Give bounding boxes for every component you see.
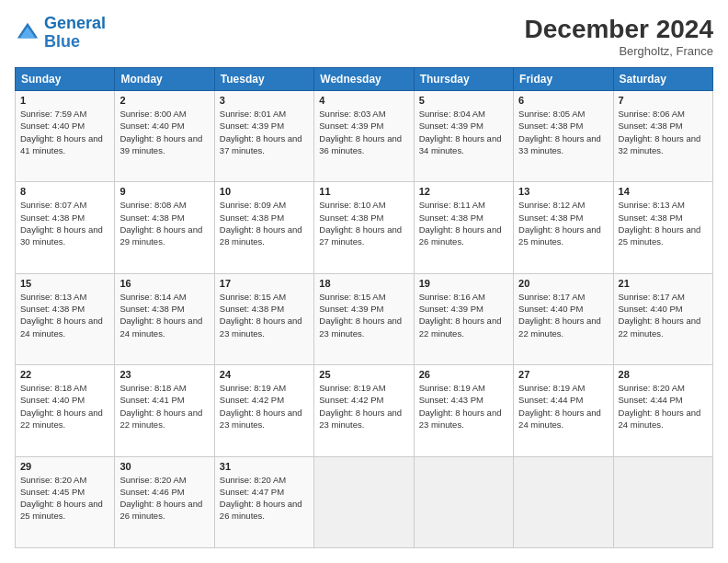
logo-line1: General (44, 14, 106, 32)
calendar-cell: 5Sunrise: 8:04 AMSunset: 4:39 PMDaylight… (414, 91, 513, 182)
day-number: 27 (518, 369, 608, 380)
calendar-cell: 31Sunrise: 8:20 AMSunset: 4:47 PMDayligh… (214, 456, 313, 547)
day-number: 7 (619, 95, 708, 106)
day-info: Sunrise: 8:18 AMSunset: 4:41 PMDaylight:… (119, 382, 209, 431)
calendar-cell (514, 456, 613, 547)
day-info: Sunrise: 8:17 AMSunset: 4:40 PMDaylight:… (518, 291, 608, 339)
calendar-cell: 23Sunrise: 8:18 AMSunset: 4:41 PMDayligh… (115, 365, 214, 456)
day-info: Sunrise: 8:15 AMSunset: 4:39 PMDaylight:… (319, 291, 408, 339)
day-number: 15 (20, 278, 109, 289)
day-number: 3 (220, 95, 309, 106)
calendar-cell: 26Sunrise: 8:19 AMSunset: 4:43 PMDayligh… (414, 365, 513, 456)
day-number: 8 (20, 186, 109, 197)
logo-icon (15, 20, 40, 46)
day-number: 12 (419, 186, 508, 197)
day-number: 31 (220, 461, 309, 472)
calendar-cell: 28Sunrise: 8:20 AMSunset: 4:44 PMDayligh… (613, 365, 712, 456)
logo-line2: Blue (44, 32, 80, 51)
title-block: December 2024 Bergholtz, France (525, 15, 713, 58)
calendar-cell (414, 456, 513, 547)
day-number: 21 (619, 278, 708, 289)
day-info: Sunrise: 8:09 AMSunset: 4:38 PMDaylight:… (220, 199, 309, 247)
calendar-cell: 19Sunrise: 8:16 AMSunset: 4:39 PMDayligh… (414, 273, 513, 364)
calendar-cell: 16Sunrise: 8:14 AMSunset: 4:38 PMDayligh… (115, 273, 214, 364)
col-header-sunday: Sunday (16, 68, 115, 91)
calendar-cell: 29Sunrise: 8:20 AMSunset: 4:45 PMDayligh… (16, 456, 115, 547)
logo: General Blue (15, 15, 106, 52)
calendar-cell: 8Sunrise: 8:07 AMSunset: 4:38 PMDaylight… (16, 182, 115, 273)
day-number: 28 (619, 369, 708, 380)
day-info: Sunrise: 8:19 AMSunset: 4:44 PMDaylight:… (518, 382, 608, 431)
day-info: Sunrise: 8:00 AMSunset: 4:40 PMDaylight:… (119, 108, 209, 156)
day-info: Sunrise: 8:01 AMSunset: 4:39 PMDaylight:… (220, 108, 309, 156)
day-number: 20 (518, 278, 608, 289)
day-number: 16 (119, 278, 209, 289)
calendar-cell: 14Sunrise: 8:13 AMSunset: 4:38 PMDayligh… (613, 182, 712, 273)
day-number: 29 (20, 461, 109, 472)
day-info: Sunrise: 8:07 AMSunset: 4:38 PMDaylight:… (20, 199, 109, 247)
calendar-cell: 1Sunrise: 7:59 AMSunset: 4:40 PMDaylight… (16, 91, 115, 182)
col-header-monday: Monday (115, 68, 214, 91)
calendar-cell: 7Sunrise: 8:06 AMSunset: 4:38 PMDaylight… (613, 91, 712, 182)
day-info: Sunrise: 8:19 AMSunset: 4:42 PMDaylight:… (319, 382, 408, 431)
day-number: 23 (119, 369, 209, 380)
calendar-cell: 9Sunrise: 8:08 AMSunset: 4:38 PMDaylight… (115, 182, 214, 273)
day-info: Sunrise: 8:19 AMSunset: 4:43 PMDaylight:… (419, 382, 508, 431)
month-title: December 2024 (525, 15, 713, 44)
day-info: Sunrise: 7:59 AMSunset: 4:40 PMDaylight:… (20, 108, 109, 156)
calendar-cell: 21Sunrise: 8:17 AMSunset: 4:40 PMDayligh… (613, 273, 712, 364)
calendar-cell: 20Sunrise: 8:17 AMSunset: 4:40 PMDayligh… (514, 273, 613, 364)
day-info: Sunrise: 8:20 AMSunset: 4:47 PMDaylight:… (220, 474, 309, 523)
day-info: Sunrise: 8:12 AMSunset: 4:38 PMDaylight:… (518, 199, 608, 247)
col-header-tuesday: Tuesday (214, 68, 313, 91)
header: General Blue December 2024 Bergholtz, Fr… (15, 15, 713, 58)
day-number: 24 (220, 369, 309, 380)
calendar-cell: 15Sunrise: 8:13 AMSunset: 4:38 PMDayligh… (16, 273, 115, 364)
col-header-friday: Friday (514, 68, 613, 91)
day-number: 4 (319, 95, 408, 106)
day-number: 22 (20, 369, 109, 380)
day-info: Sunrise: 8:17 AMSunset: 4:40 PMDaylight:… (619, 291, 708, 339)
day-number: 18 (319, 278, 408, 289)
calendar-cell (314, 456, 414, 547)
day-number: 25 (319, 369, 408, 380)
day-info: Sunrise: 8:10 AMSunset: 4:38 PMDaylight:… (319, 199, 408, 247)
day-number: 14 (619, 186, 708, 197)
day-info: Sunrise: 8:05 AMSunset: 4:38 PMDaylight:… (518, 108, 608, 156)
day-number: 6 (518, 95, 608, 106)
day-number: 26 (419, 369, 508, 380)
logo-text: General Blue (44, 15, 106, 52)
calendar-cell: 3Sunrise: 8:01 AMSunset: 4:39 PMDaylight… (214, 91, 313, 182)
calendar-cell: 4Sunrise: 8:03 AMSunset: 4:39 PMDaylight… (314, 91, 414, 182)
day-info: Sunrise: 8:15 AMSunset: 4:38 PMDaylight:… (220, 291, 309, 339)
day-info: Sunrise: 8:11 AMSunset: 4:38 PMDaylight:… (419, 199, 508, 247)
calendar-table: SundayMondayTuesdayWednesdayThursdayFrid… (15, 67, 713, 548)
day-info: Sunrise: 8:18 AMSunset: 4:40 PMDaylight:… (20, 382, 109, 431)
day-info: Sunrise: 8:20 AMSunset: 4:44 PMDaylight:… (619, 382, 708, 431)
calendar-cell: 18Sunrise: 8:15 AMSunset: 4:39 PMDayligh… (314, 273, 414, 364)
calendar-cell (613, 456, 712, 547)
day-number: 13 (518, 186, 608, 197)
calendar-cell: 11Sunrise: 8:10 AMSunset: 4:38 PMDayligh… (314, 182, 414, 273)
col-header-thursday: Thursday (414, 68, 513, 91)
page: General Blue December 2024 Bergholtz, Fr… (0, 0, 728, 563)
calendar-cell: 13Sunrise: 8:12 AMSunset: 4:38 PMDayligh… (514, 182, 613, 273)
day-info: Sunrise: 8:19 AMSunset: 4:42 PMDaylight:… (220, 382, 309, 431)
day-info: Sunrise: 8:20 AMSunset: 4:45 PMDaylight:… (20, 474, 109, 523)
day-number: 5 (419, 95, 508, 106)
calendar-cell: 27Sunrise: 8:19 AMSunset: 4:44 PMDayligh… (514, 365, 613, 456)
calendar-cell: 2Sunrise: 8:00 AMSunset: 4:40 PMDaylight… (115, 91, 214, 182)
day-info: Sunrise: 8:14 AMSunset: 4:38 PMDaylight:… (119, 291, 209, 339)
day-number: 30 (119, 461, 209, 472)
day-number: 9 (119, 186, 209, 197)
calendar-cell: 22Sunrise: 8:18 AMSunset: 4:40 PMDayligh… (16, 365, 115, 456)
day-info: Sunrise: 8:06 AMSunset: 4:38 PMDaylight:… (619, 108, 708, 156)
day-number: 17 (220, 278, 309, 289)
day-number: 2 (119, 95, 209, 106)
calendar-cell: 12Sunrise: 8:11 AMSunset: 4:38 PMDayligh… (414, 182, 513, 273)
day-info: Sunrise: 8:03 AMSunset: 4:39 PMDaylight:… (319, 108, 408, 156)
calendar-cell: 17Sunrise: 8:15 AMSunset: 4:38 PMDayligh… (214, 273, 313, 364)
day-number: 10 (220, 186, 309, 197)
day-info: Sunrise: 8:16 AMSunset: 4:39 PMDaylight:… (419, 291, 508, 339)
calendar-cell: 30Sunrise: 8:20 AMSunset: 4:46 PMDayligh… (115, 456, 214, 547)
